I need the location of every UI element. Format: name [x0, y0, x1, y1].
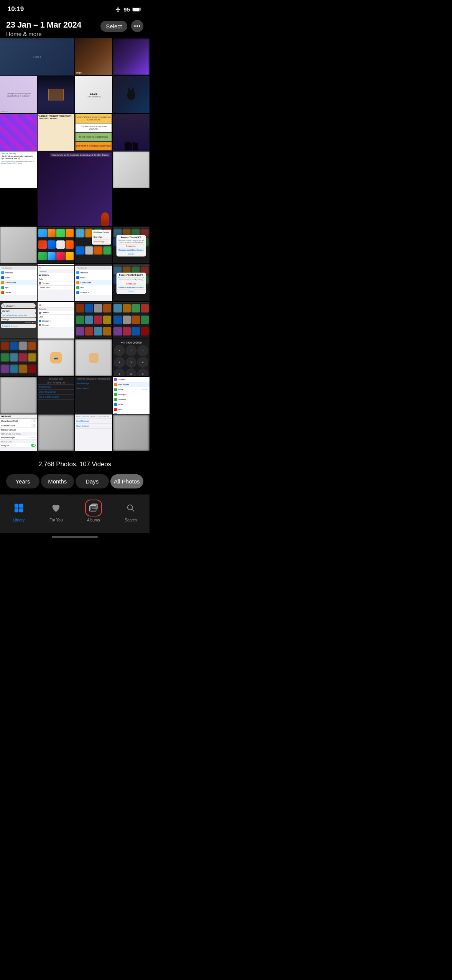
svg-rect-11 — [92, 504, 97, 509]
photo-cell[interactable]: FaceTime from people on the block list. … — [75, 414, 112, 451]
photo-cell[interactable] — [0, 114, 37, 151]
svg-rect-8 — [19, 508, 23, 512]
svg-rect-7 — [15, 508, 18, 512]
photo-count-section: 2,768 Photos, 107 Videos — [0, 451, 150, 474]
photo-cell[interactable] — [38, 76, 74, 113]
for-you-icon-wrap — [48, 500, 64, 516]
view-tabs: Years Months Days All Photos — [0, 474, 150, 495]
photo-cell[interactable]: DREAMS Show Subject Field Character Coun… — [0, 414, 37, 451]
photo-cell[interactable]: BBC — [0, 38, 74, 76]
date-range: 23 Jan – 1 Mar 2024 — [6, 20, 81, 30]
albums-icon — [89, 503, 99, 513]
location-label: Home & more — [6, 31, 81, 37]
status-icons: 95 — [115, 6, 142, 13]
photo-cell[interactable]: 26 January 2024 11:51 · Outgoing Call Sh… — [38, 377, 74, 414]
svg-point-4 — [139, 25, 140, 27]
photo-cell[interactable]: FaceTime from people on the block list. … — [75, 377, 112, 414]
nav-item-search[interactable]: Search — [112, 500, 150, 522]
flight-mode-icon — [115, 6, 121, 12]
nav-label-library: Library — [13, 518, 25, 522]
photo-cell[interactable] — [75, 302, 112, 339]
context-menu: Edit Home Screen Share App Remove App — [92, 230, 111, 245]
photo-cell[interactable] — [113, 38, 150, 75]
home-indicator — [52, 536, 98, 538]
photo-cell[interactable]: +44 7900 000000 1 2 3 4 5 6 7 8 9 * — [113, 339, 150, 376]
photo-cell[interactable] — [113, 114, 150, 151]
photo-cell[interactable]: 📷 — [38, 339, 74, 376]
photo-cell[interactable] — [38, 414, 74, 451]
photo-cell[interactable]: 🔍Search Translate Books iTunes Sto — [75, 264, 112, 301]
library-icon — [14, 503, 24, 513]
tab-years[interactable]: Years — [6, 474, 39, 488]
photo-cell[interactable]: Remove "Channel 4"? Removing from the Ho… — [113, 227, 150, 263]
photo-cell[interactable]: "ARTHUR! YOU LEFT YOUR BOOBY TRAPS OUT A… — [38, 114, 74, 151]
photo-cell[interactable]: 12 Calendar 📷 Camera Cells Channel 4 Chr… — [38, 302, 74, 339]
photo-cell[interactable]: 🔍 channel 4 channel 4 channel performanc… — [0, 302, 37, 339]
photo-cell[interactable] — [113, 151, 150, 188]
status-time: 10:19 — [8, 5, 24, 13]
more-button[interactable] — [131, 20, 143, 32]
photo-cell[interactable] — [113, 302, 150, 339]
photo-cell[interactable] — [38, 227, 74, 263]
home-indicator-bar — [0, 533, 150, 539]
bottom-nav: Library For You — [0, 495, 150, 533]
battery-icon — [132, 7, 142, 12]
photo-grid: BBC Hunt "dam — [0, 0, 150, 451]
nav-item-for-you[interactable]: For You — [38, 500, 75, 522]
nav-label-for-you: For You — [49, 518, 62, 522]
library-icon-wrap — [10, 500, 27, 516]
photo-cell[interactable] — [113, 76, 150, 113]
photo-cell[interactable]: "damage is water for anyonerevealed to u… — [0, 76, 37, 113]
photo-cell[interactable]: 12 Calendar 📷 Camera Cells Chrome Citade… — [38, 264, 74, 301]
tab-months[interactable]: Months — [41, 474, 74, 488]
photo-cell[interactable]: Ross carrying out his masterplan to take… — [38, 151, 112, 226]
nav-item-albums[interactable]: Albums — [75, 500, 112, 522]
tab-all-photos[interactable]: All Photos — [110, 474, 144, 488]
photo-cell[interactable]: Dominic Beesley I don't think my prescri… — [0, 151, 37, 188]
status-bar: 10:19 95 — [0, 0, 150, 15]
photo-count-text: 2,768 Photos, 107 Videos — [38, 460, 111, 468]
tab-days[interactable]: Days — [76, 474, 109, 488]
svg-point-3 — [136, 25, 138, 27]
photo-cell[interactable] — [0, 227, 37, 263]
photo-cell[interactable]: Freeform Voice Memos Phone No SIM › — [113, 377, 150, 414]
battery-text: 95 — [123, 6, 130, 13]
photo-cell[interactable]: Hunt — [75, 38, 112, 75]
photo-cell[interactable]: Remove "Go North East"? Removing from th… — [113, 264, 150, 301]
photo-cell[interactable] — [75, 339, 112, 376]
nav-item-library[interactable]: Library — [0, 500, 38, 522]
svg-rect-6 — [19, 504, 23, 508]
photo-cell[interactable]: FOOD CAN BE A FORM OF CREATIVE EXPRESSIO… — [75, 114, 112, 151]
albums-icon-wrap — [85, 500, 102, 516]
photo-cell[interactable]: Edit Home Screen Share App Remove App — [75, 227, 112, 263]
photo-cell[interactable] — [0, 339, 37, 376]
ellipsis-icon — [134, 25, 140, 27]
nav-label-search: Search — [125, 518, 137, 522]
svg-rect-1 — [133, 8, 140, 11]
photo-cell[interactable] — [113, 414, 150, 451]
nav-label-albums: Albums — [87, 518, 100, 522]
photo-cell[interactable]: £2.35 £2350.00 per kg — [75, 76, 112, 113]
for-you-icon — [51, 503, 61, 513]
svg-rect-5 — [15, 504, 18, 508]
select-button[interactable]: Select — [100, 21, 127, 32]
search-icon — [126, 503, 136, 513]
svg-point-2 — [134, 25, 136, 27]
photo-cell[interactable]: 🔍 Search Translate Books — [0, 264, 37, 301]
photo-cell[interactable] — [0, 377, 37, 414]
search-icon-wrap — [122, 500, 139, 516]
svg-line-13 — [132, 509, 134, 511]
